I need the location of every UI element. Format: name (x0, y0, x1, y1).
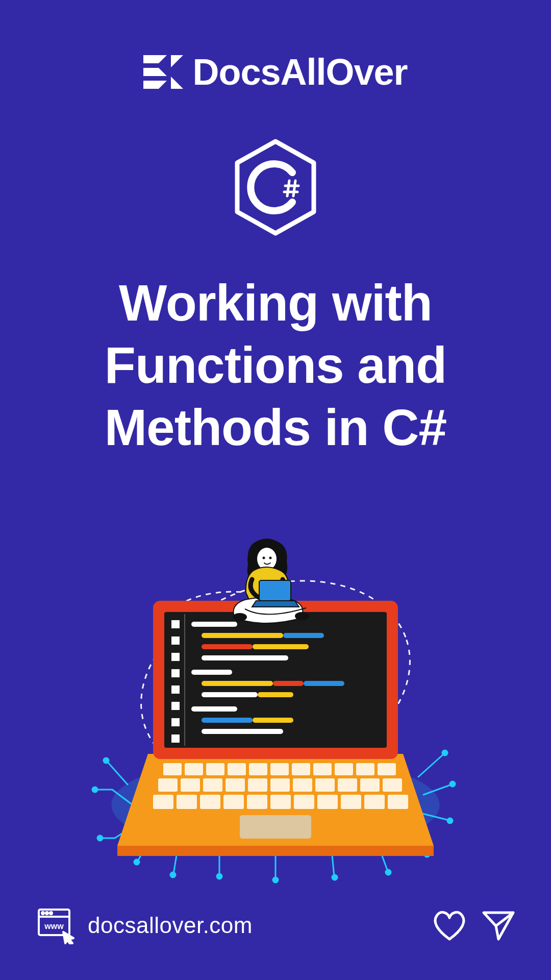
heart-icon[interactable] (432, 910, 467, 941)
svg-rect-46 (315, 778, 335, 792)
svg-rect-63 (164, 612, 387, 748)
svg-rect-39 (158, 778, 178, 792)
svg-point-12 (97, 836, 103, 841)
svg-rect-54 (247, 795, 267, 809)
brand: DocsAllOver (143, 51, 407, 93)
svg-rect-60 (388, 795, 408, 809)
svg-point-90 (263, 557, 265, 559)
svg-point-13 (134, 860, 139, 865)
svg-point-92 (233, 613, 247, 621)
svg-marker-3 (171, 55, 183, 67)
svg-rect-43 (248, 778, 267, 792)
svg-text:www: www (44, 922, 64, 930)
svg-rect-52 (200, 795, 220, 809)
svg-point-20 (447, 818, 453, 823)
svg-marker-95 (252, 601, 299, 607)
footer-domain[interactable]: docsallover.com (88, 913, 253, 938)
svg-rect-44 (270, 778, 290, 792)
svg-rect-36 (335, 763, 353, 775)
footer-left: www docsallover.com (36, 906, 253, 944)
svg-rect-28 (163, 763, 182, 775)
svg-point-100 (50, 912, 52, 914)
svg-point-23 (442, 750, 447, 755)
svg-point-98 (42, 912, 44, 914)
svg-rect-51 (177, 795, 197, 809)
svg-rect-67 (171, 669, 180, 677)
svg-rect-65 (171, 636, 180, 645)
svg-rect-59 (364, 795, 385, 809)
svg-marker-1 (143, 68, 167, 76)
svg-point-91 (269, 557, 272, 559)
svg-rect-42 (226, 778, 245, 792)
svg-rect-32 (249, 763, 267, 775)
svg-point-16 (273, 877, 278, 883)
svg-rect-47 (338, 778, 357, 792)
svg-rect-49 (383, 778, 402, 792)
svg-rect-57 (317, 795, 338, 809)
svg-point-21 (450, 781, 455, 787)
svg-rect-34 (292, 763, 310, 775)
svg-marker-27 (117, 846, 434, 856)
svg-rect-38 (378, 763, 396, 775)
svg-rect-55 (270, 795, 291, 809)
svg-rect-37 (356, 763, 374, 775)
csharp-badge-icon (232, 139, 319, 236)
svg-point-18 (386, 870, 391, 875)
svg-point-99 (46, 912, 48, 914)
svg-rect-41 (203, 778, 222, 792)
svg-rect-71 (171, 734, 180, 743)
svg-rect-50 (153, 795, 173, 809)
svg-point-17 (332, 875, 337, 880)
svg-rect-30 (206, 763, 224, 775)
svg-marker-4 (171, 77, 183, 89)
footer-right (432, 910, 515, 941)
svg-rect-64 (171, 620, 180, 628)
svg-point-15 (217, 874, 222, 879)
svg-point-14 (170, 872, 176, 877)
svg-rect-61 (240, 815, 311, 839)
send-icon[interactable] (482, 910, 515, 941)
svg-rect-94 (259, 580, 291, 601)
svg-rect-29 (185, 763, 203, 775)
footer: www docsallover.com (31, 906, 520, 949)
svg-rect-58 (341, 795, 361, 809)
svg-rect-33 (270, 763, 289, 775)
svg-rect-56 (294, 795, 314, 809)
svg-rect-48 (360, 778, 380, 792)
svg-point-93 (295, 612, 309, 620)
svg-line-7 (293, 181, 295, 196)
svg-rect-69 (171, 702, 180, 710)
svg-marker-2 (143, 81, 167, 89)
svg-rect-45 (293, 778, 312, 792)
svg-rect-70 (171, 718, 180, 726)
svg-line-6 (287, 181, 289, 196)
svg-marker-0 (143, 55, 167, 63)
svg-rect-40 (181, 778, 200, 792)
brand-name: DocsAllOver (192, 51, 407, 93)
svg-rect-35 (313, 763, 332, 775)
website-icon: www (36, 906, 76, 944)
hero-illustration (31, 499, 520, 906)
svg-rect-68 (171, 685, 180, 694)
svg-point-11 (92, 787, 97, 792)
page-title: Working with Functions and Methods in C# (31, 272, 520, 458)
svg-point-22 (104, 758, 109, 763)
svg-rect-31 (228, 763, 246, 775)
svg-rect-66 (171, 653, 180, 661)
svg-rect-53 (223, 795, 244, 809)
brand-logo-icon (143, 55, 183, 89)
